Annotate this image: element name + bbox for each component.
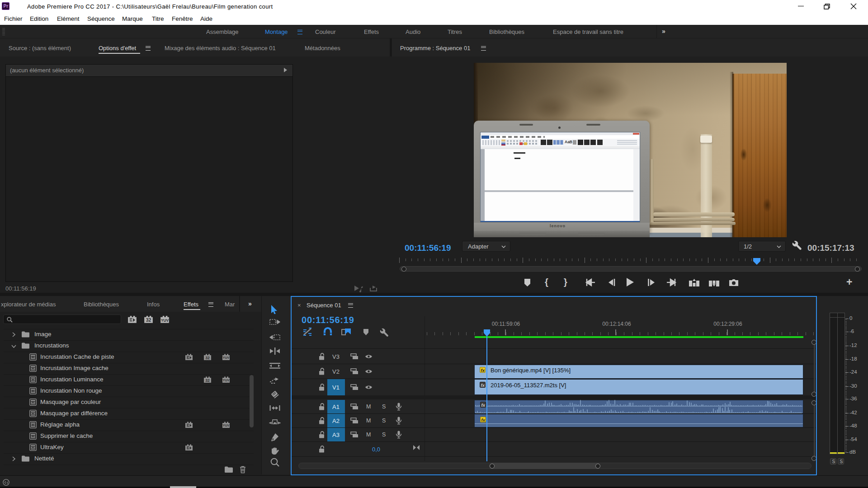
svg-text:32: 32: [205, 378, 210, 383]
svg-text:32: 32: [205, 356, 210, 360]
svg-text:YUV: YUV: [223, 356, 230, 359]
svg-text:YUV: YUV: [223, 379, 230, 382]
svg-text:YUV: YUV: [223, 424, 230, 427]
svg-text:32: 32: [146, 317, 151, 323]
svg-text:YUV: YUV: [161, 318, 169, 323]
